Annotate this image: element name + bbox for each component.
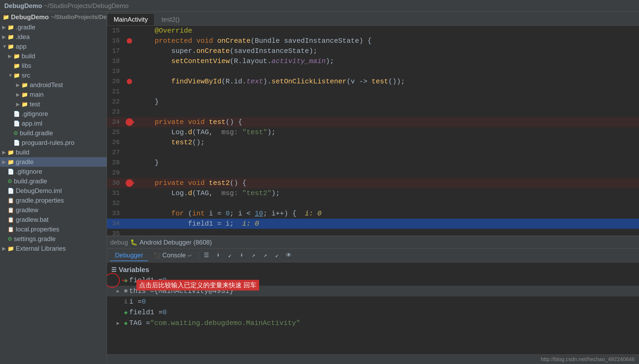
- sidebar-item-ext-libs[interactable]: ▶ 📁 External Libraries: [0, 244, 107, 253]
- arrow-icon: ▶: [2, 149, 7, 155]
- tab-mainactivity[interactable]: MainActivity: [107, 13, 155, 25]
- sidebar-item-idea[interactable]: ▶ 📁 .idea: [0, 32, 107, 42]
- sidebar-item-gradle[interactable]: ▶ 📁 gradle: [0, 157, 107, 167]
- field-icon: ◈: [124, 309, 128, 316]
- breakpoint-icon: [127, 79, 132, 84]
- gutter: [123, 79, 136, 84]
- tab-test2[interactable]: test2(): [155, 14, 186, 25]
- var-item-tag[interactable]: ▶ ◈ TAG = "com.waiting.debugdemo.MainAct…: [107, 318, 639, 328]
- line-number: 19: [107, 66, 123, 76]
- var-value: 0: [142, 298, 146, 306]
- arrow-icon: ▶: [2, 24, 7, 30]
- code-editor[interactable]: 15 @Override 16 protected void onCreate(…: [107, 26, 639, 236]
- sidebar-item-gradle-hidden[interactable]: ▶ 📁 .gradle: [0, 22, 107, 32]
- sidebar-item-androidtest[interactable]: ▶ 📁 androidTest: [0, 80, 107, 90]
- debug-btn-watch[interactable]: 👁: [283, 251, 294, 260]
- sidebar-item-build-root[interactable]: ▶ 📁 build: [0, 148, 107, 157]
- sidebar-item-settings-gradle[interactable]: ⚙ settings.gradle: [0, 234, 107, 244]
- debug-btn-step-out[interactable]: ↗: [248, 251, 259, 260]
- breakpoint-active-icon: ►: [126, 118, 133, 126]
- folder-icon: 📁: [13, 63, 20, 69]
- this-icon: ■: [124, 288, 128, 295]
- file-icon: 📋: [7, 197, 14, 204]
- sidebar-label: gradlew.bat: [16, 216, 49, 223]
- project-name: DebugDemo: [11, 13, 49, 21]
- sidebar-item-app[interactable]: ▼ 📁 app: [0, 42, 107, 51]
- debug-btn-list[interactable]: ☰: [201, 251, 212, 260]
- sidebar-item-gitignore-root[interactable]: 📄 .gitignore: [0, 167, 107, 176]
- line-number: 25: [107, 127, 123, 137]
- variables-panel: ☰ Variables ◈ field1 = 0 ←: [107, 262, 639, 354]
- project-path: ~/StudioProjects/DebugDemo: [51, 14, 107, 21]
- code-content: private void test() {: [136, 117, 639, 127]
- sidebar-item-src[interactable]: ▼ 📁 src: [0, 71, 107, 80]
- sidebar-item-build-gradle-app[interactable]: ⚙ build.gradle: [0, 128, 107, 138]
- line-number: 26: [107, 137, 123, 148]
- sidebar-item-gitignore-app[interactable]: 📄 .gitignore: [0, 109, 107, 119]
- folder-icon: 📁: [13, 53, 20, 59]
- sidebar-item-main[interactable]: ▶ 📁 main: [0, 90, 107, 99]
- var-item-field1-top[interactable]: ◈ field1 = 0 ← 点击后比较输入已定义的变量来快速 回车: [107, 275, 639, 286]
- sidebar-label: app.iml: [22, 120, 42, 127]
- code-content: super.onCreate(savedInstanceState);: [136, 46, 639, 56]
- editor-area: MainActivity test2() 15 @Override 16: [107, 12, 639, 236]
- arrow-icon: ▶: [16, 92, 21, 98]
- var-item-i[interactable]: i i = 0: [107, 296, 639, 307]
- sidebar-item-local-props[interactable]: 📋 local.properties: [0, 224, 107, 234]
- folder-icon: 📁: [21, 101, 28, 107]
- code-line-25: 25 Log.d(TAG, msg: "test");: [107, 127, 639, 137]
- project-root[interactable]: 📁 DebugDemo ~/StudioProjects/DebugDemo: [0, 12, 107, 22]
- breakpoint-icon: [127, 38, 132, 44]
- debug-btn-eval[interactable]: ↙: [272, 251, 282, 260]
- debug-btn-run-cursor[interactable]: ↗: [260, 251, 271, 260]
- code-line-26: 26 test2();: [107, 137, 639, 148]
- sidebar-item-gradlew[interactable]: 📋 gradlew: [0, 205, 107, 215]
- var-name: field1 =: [129, 308, 163, 316]
- folder-icon: 📁: [13, 72, 20, 79]
- sidebar-item-gradlew-bat[interactable]: 📋 gradlew.bat: [0, 215, 107, 224]
- code-line-15: 15 @Override: [107, 26, 639, 36]
- sidebar-label: proguard-rules.pro: [22, 139, 74, 146]
- var-item-field1[interactable]: ◈ field1 = 0: [107, 307, 639, 318]
- code-content: }: [136, 97, 639, 107]
- sidebar-item-libs[interactable]: 📁 libs: [0, 61, 107, 71]
- sidebar-item-app-iml[interactable]: 📄 app.iml: [0, 119, 107, 128]
- sidebar-label: app: [16, 43, 26, 50]
- var-item-this[interactable]: ▶ ■ this = {MainActivity@4931}: [107, 286, 639, 296]
- debug-btn-step-into[interactable]: ↙: [225, 251, 235, 260]
- line-number: 20: [107, 76, 123, 87]
- file-icon: 📄: [7, 168, 14, 175]
- debug-tab-console[interactable]: ⬛ Console ↩: [149, 250, 196, 261]
- debug-tab-debugger[interactable]: Debugger: [110, 250, 148, 261]
- sidebar-item-debugdemo-iml[interactable]: 📄 DebugDemo.iml: [0, 186, 107, 196]
- code-content: findViewById(R.id.text).setOnClickListen…: [136, 76, 639, 87]
- sidebar-label: build: [16, 149, 29, 156]
- sidebar-label: build.gradle: [14, 177, 47, 185]
- code-line-24: 24 ► private void test() {: [107, 117, 639, 127]
- folder-icon: 📁: [21, 82, 28, 88]
- code-content: setContentView(R.layout.activity_main);: [136, 56, 639, 66]
- code-line-21: 21: [107, 87, 639, 97]
- folder-icon: 📁: [7, 43, 14, 50]
- code-content: private void test2() {: [136, 178, 639, 188]
- debug-btn-force-step[interactable]: ⬇: [236, 251, 247, 260]
- red-arrow-annotation: ←: [122, 274, 128, 286]
- sidebar-label: local.properties: [16, 226, 59, 233]
- gutter: ►: [123, 179, 136, 187]
- code-line-28: 28 }: [107, 158, 639, 168]
- sidebar-item-build-gradle-root[interactable]: ⚙ build.gradle: [0, 176, 107, 186]
- sidebar-item-proguard[interactable]: 📄 proguard-rules.pro: [0, 138, 107, 148]
- code-line-16: 16 protected void onCreate(Bundle savedI…: [107, 36, 639, 46]
- folder-icon: 📁: [7, 149, 14, 156]
- bug-icon: 🐛: [130, 239, 137, 246]
- debug-btn-step-over[interactable]: ⬇: [213, 251, 224, 260]
- sidebar-label: test: [30, 100, 40, 108]
- sidebar-item-test[interactable]: ▶ 📁 test: [0, 99, 107, 109]
- sidebar-item-gradle-props[interactable]: 📋 gradle.properties: [0, 196, 107, 205]
- sidebar-item-build-app[interactable]: ▶ 📁 build: [0, 51, 107, 61]
- line-number: 34: [107, 219, 123, 229]
- var-name: field1 =: [129, 276, 163, 284]
- arrow-icon: ▶: [2, 159, 7, 165]
- variables-icon: ☰: [111, 266, 117, 273]
- line-number: 21: [107, 87, 123, 97]
